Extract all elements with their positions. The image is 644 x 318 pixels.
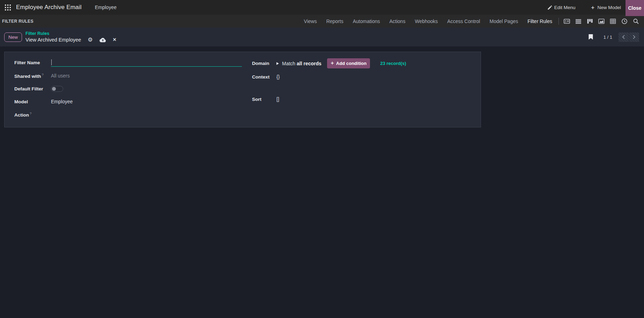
breadcrumb-parent-link[interactable]: Filter Rules — [25, 31, 117, 36]
toggle-knob — [52, 87, 56, 91]
menu-employee[interactable]: Employee — [95, 5, 117, 10]
tab-automations[interactable]: Automations — [353, 19, 380, 24]
domain-match-text: Match all records — [282, 61, 321, 66]
control-panel: New Filter Rules View Archived Employee … — [0, 28, 644, 46]
pivot-view-icon[interactable] — [610, 18, 616, 24]
help-question-icon: ? — [30, 111, 31, 115]
default-filter-toggle[interactable] — [51, 86, 63, 92]
default-filter-label: Default Filter — [14, 86, 51, 91]
form-sheet: Filter Name Shared with? All users Defau… — [4, 52, 481, 127]
tab-webhooks[interactable]: Webhooks — [415, 19, 438, 24]
new-record-badge[interactable]: New — [4, 32, 22, 42]
pager-next-button[interactable] — [629, 32, 639, 42]
plus-icon: ＋ — [590, 4, 595, 11]
pager-counter: 1 / 1 — [604, 35, 612, 40]
tab-reports[interactable]: Reports — [326, 19, 343, 24]
help-question-icon: ? — [42, 73, 44, 76]
tab-model-pages[interactable]: Model Pages — [489, 19, 518, 24]
match-prefix: Match — [282, 61, 297, 66]
studio-tabbar: FILTER RULES Views Reports Automations A… — [0, 15, 644, 28]
domain-label: Domain — [252, 61, 276, 66]
records-count-link[interactable]: 23 record(s) — [380, 61, 406, 66]
activity-clock-icon[interactable] — [621, 18, 628, 24]
pager-previous-button[interactable] — [619, 32, 629, 42]
context-label: Context — [252, 74, 276, 80]
tab-access-control[interactable]: Access Control — [447, 19, 480, 24]
field-row-context: Context {} — [252, 73, 468, 81]
field-row-shared-with: Shared with? All users — [14, 72, 245, 80]
shared-with-value[interactable]: All users — [51, 73, 70, 79]
app-title: Employee Archive Email — [16, 4, 82, 11]
tabbar-separator — [558, 18, 559, 25]
form-left-column: Filter Name Shared with? All users Defau… — [14, 58, 245, 124]
match-all-records: all records — [297, 61, 321, 66]
field-row-default-filter: Default Filter — [14, 85, 245, 93]
gear-actions-icon[interactable]: ⚙ — [88, 37, 92, 43]
field-row-action: Action? — [14, 111, 245, 118]
form-right-column: Domain Match all records ＋Add condition … — [252, 58, 468, 108]
field-row-model: Model Employee — [14, 98, 245, 105]
breadcrumb: Filter Rules View Archived Employee ⚙ ✕ — [25, 31, 117, 43]
context-value[interactable]: {} — [276, 74, 280, 80]
action-label-text: Action — [14, 112, 29, 118]
action-label: Action? — [14, 111, 51, 118]
list-view-icon[interactable] — [575, 18, 582, 24]
studio-tabs: Views Reports Automations Actions Webhoo… — [304, 19, 552, 24]
close-studio-button[interactable]: Close — [626, 0, 644, 16]
field-row-domain: Domain Match all records ＋Add condition … — [252, 58, 468, 68]
filter-name-label: Filter Name — [14, 60, 51, 65]
sort-value[interactable]: [] — [276, 96, 279, 102]
caret-right-icon[interactable] — [276, 62, 279, 65]
shared-with-label-text: Shared with — [14, 74, 41, 79]
shared-with-label: Shared with? — [14, 73, 51, 79]
field-row-filter-name: Filter Name — [14, 58, 245, 67]
edit-menu-button[interactable]: Edit Menu — [548, 5, 576, 10]
studio-section-label: FILTER RULES — [2, 19, 34, 24]
field-row-sort: Sort [] — [252, 95, 468, 103]
top-navbar: Employee Archive Email Employee Edit Men… — [0, 0, 644, 15]
text-caret — [51, 59, 52, 65]
model-value: Employee — [51, 99, 73, 104]
cloud-save-icon[interactable] — [99, 37, 106, 43]
breadcrumb-current: View Archived Employee — [25, 37, 81, 43]
bookmark-icon[interactable] — [589, 34, 593, 40]
view-switcher-icons — [564, 18, 639, 24]
new-model-label: New Model — [597, 5, 621, 10]
kanban-view-icon[interactable] — [587, 18, 593, 24]
discard-x-icon[interactable]: ✕ — [113, 37, 117, 43]
apps-grid-icon[interactable] — [3, 3, 12, 12]
plus-icon: ＋ — [330, 60, 335, 66]
graph-view-icon[interactable] — [598, 18, 605, 24]
form-view-icon[interactable] — [564, 18, 570, 24]
add-condition-button[interactable]: ＋Add condition — [327, 58, 370, 68]
edit-menu-label: Edit Menu — [554, 5, 576, 10]
search-icon[interactable] — [633, 18, 639, 24]
sort-label: Sort — [252, 97, 276, 102]
model-label: Model — [14, 99, 51, 104]
filter-name-input[interactable] — [51, 58, 242, 67]
new-model-button[interactable]: ＋ New Model — [590, 4, 621, 11]
tab-actions[interactable]: Actions — [390, 19, 406, 24]
tab-views[interactable]: Views — [304, 19, 317, 24]
tab-filter-rules[interactable]: Filter Rules — [527, 19, 552, 24]
pencil-icon — [548, 5, 552, 10]
add-condition-label: Add condition — [336, 61, 367, 66]
